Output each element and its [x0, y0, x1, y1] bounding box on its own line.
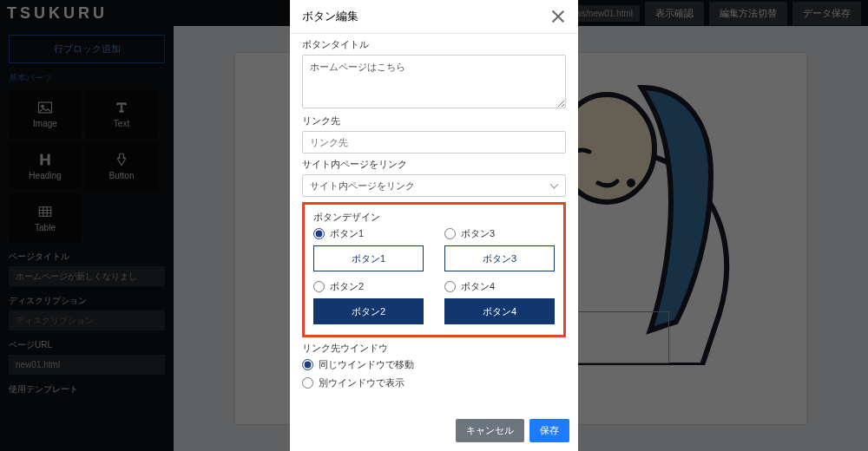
radio-label: ボタン3: [461, 227, 495, 240]
link-label: リンク先: [302, 115, 566, 127]
save-button[interactable]: 保存: [529, 419, 569, 442]
design-radio-4[interactable]: ボタン4: [444, 280, 555, 293]
radio-label: ボタン2: [330, 280, 364, 293]
design-preview-1: ボタン1: [313, 245, 424, 271]
modal-overlay: ボタン編集 ボタンタイトル ホームページはこちら リンク先 サイト内ページをリン…: [0, 0, 868, 451]
design-radio-2[interactable]: ボタン2: [313, 280, 424, 293]
window-radio-same[interactable]: 同じウインドウで移動: [302, 358, 566, 371]
radio-label: ボタン4: [461, 280, 495, 293]
site-link-select[interactable]: サイト内ページをリンク: [302, 174, 566, 197]
cancel-button[interactable]: キャンセル: [456, 419, 524, 442]
window-radio-new[interactable]: 別ウインドウで表示: [302, 376, 566, 389]
modal-header: ボタン編集: [290, 0, 578, 34]
radio-label: 別ウインドウで表示: [319, 376, 404, 389]
modal-footer: キャンセル 保存: [290, 412, 578, 451]
button-design-group: ボタンデザイン ボタン1 ボタン1 ボタン3 ボタン3 ボタン2 ボタン2: [302, 202, 566, 337]
site-link-label: サイト内ページをリンク: [302, 159, 566, 171]
design-preview-2: ボタン2: [313, 298, 424, 324]
button-title-textarea[interactable]: ホームページはこちら: [302, 55, 566, 108]
button-title-label: ボタンタイトル: [302, 39, 566, 51]
window-label: リンク先ウインドウ: [302, 343, 566, 355]
modal-body: ボタンタイトル ホームページはこちら リンク先 サイト内ページをリンク サイト内…: [290, 34, 578, 398]
button-edit-modal: ボタン編集 ボタンタイトル ホームページはこちら リンク先 サイト内ページをリン…: [290, 0, 578, 451]
design-radio-3[interactable]: ボタン3: [444, 227, 555, 240]
design-radio-1[interactable]: ボタン1: [313, 227, 424, 240]
close-icon[interactable]: [550, 9, 566, 24]
radio-label: ボタン1: [330, 227, 364, 240]
design-label: ボタンデザイン: [313, 212, 555, 224]
design-preview-3: ボタン3: [444, 245, 555, 271]
radio-label: 同じウインドウで移動: [319, 358, 414, 371]
link-input[interactable]: [302, 131, 566, 154]
modal-title: ボタン編集: [302, 9, 358, 24]
design-preview-4: ボタン4: [444, 298, 555, 324]
